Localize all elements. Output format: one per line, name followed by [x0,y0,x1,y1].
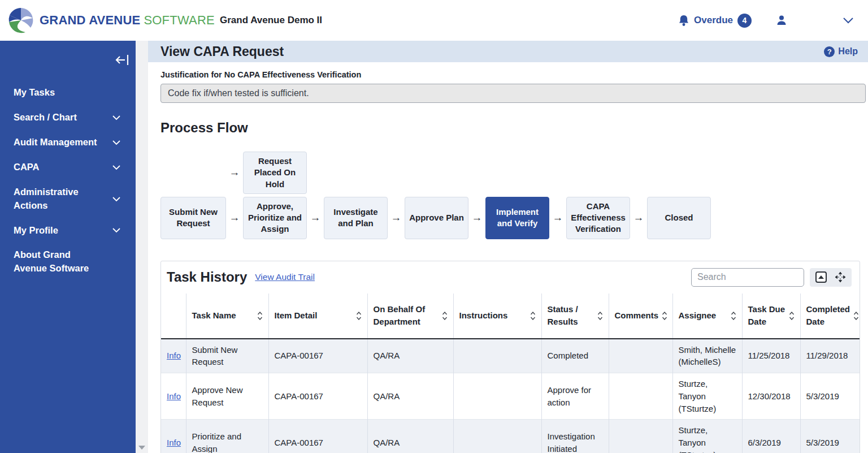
chevron-down-icon [112,196,121,202]
column-header-task-due-date[interactable]: Task Due Date [742,294,800,339]
sort-icon[interactable] [530,311,536,321]
sort-icon[interactable] [789,311,795,321]
column-header-item-detail[interactable]: Item Detail [268,294,367,339]
info-link[interactable]: Info [167,351,181,360]
cell-department: QA/RA [367,420,453,453]
column-header-assignee[interactable]: Assignee [672,294,742,339]
page-title-bar: View CAPA Request ? Help [148,41,868,62]
sort-icon[interactable] [442,311,448,321]
column-header-comments[interactable]: Comments [609,294,672,339]
info-link[interactable]: Info [167,438,181,447]
info-link[interactable]: Info [167,391,181,401]
sidebar-item-capa[interactable]: CAPA [0,155,136,180]
table-header-row: Task Name Item Detail On Behalf Of Depar… [161,294,860,339]
sort-icon[interactable] [257,311,263,321]
chevron-down-icon [112,140,121,145]
cell-completed-date: 11/29/2018 [800,339,860,373]
sidebar-nav: My Tasks Search / Chart Audit Management… [0,41,136,453]
flow-step-capa-effectiveness-verification: CAPA Effectiveness Verification [566,197,630,239]
sidebar-collapse-button[interactable] [115,53,130,67]
cell-due-date: 12/30/2018 [742,373,800,420]
process-flow-diagram: → Request Placed On Hold Submit New Requ… [160,152,866,239]
cell-task-name: Prioritize and Assign [186,420,268,453]
cell-status: Approve for action [541,373,609,420]
process-flow-heading: Process Flow [160,120,866,136]
flow-arrow-icon: → [630,197,647,239]
sidebar-scrollbar[interactable] [136,41,148,453]
flow-step-request-placed-on-hold: Request Placed On Hold [243,152,307,194]
overdue-notifications[interactable]: Overdue 4 [678,14,752,28]
flow-step-submit-new-request: Submit New Request [160,197,226,239]
page-title: View CAPA Request [160,44,284,59]
view-audit-trail-link[interactable]: View Audit Trail [255,272,315,282]
cell-completed-date: 5/3/2019 [800,373,860,420]
app-title: Grand Avenue Demo II [220,15,322,26]
sidebar-item-search-chart[interactable]: Search / Chart [0,105,136,130]
task-history-header: Task History View Audit Trail [161,261,860,294]
task-history-card: Task History View Audit Trail [160,261,860,453]
column-header-completed-date[interactable]: Completed Date [800,294,860,339]
logo-text-secondary: SOFTWARE [144,13,214,27]
sidebar-item-label: My Tasks [14,86,55,100]
cell-status: Investigation Initiated [541,420,609,453]
task-history-table: Task Name Item Detail On Behalf Of Depar… [161,294,860,453]
help-label: Help [838,46,858,57]
sidebar-item-label: Administrative Actions [14,185,111,213]
cell-task-name: Submit New Request [186,339,268,373]
cell-department: QA/RA [367,373,453,420]
flow-arrow-icon: → [549,197,566,239]
column-header-status-results[interactable]: Status / Results [541,294,609,339]
cell-due-date: 11/25/2018 [742,339,800,373]
column-header-department[interactable]: On Behalf Of Department [367,294,453,339]
column-header-instructions[interactable]: Instructions [453,294,541,339]
cell-assignee: Smith, Michelle (MichelleS) [672,339,742,373]
user-account-button[interactable] [775,14,788,27]
cell-instructions [453,420,541,453]
bell-icon [678,14,689,27]
collapse-table-button[interactable] [815,271,827,283]
flow-step-approve-prioritize-assign: Approve, Prioritize and Assign [243,197,307,239]
sort-icon[interactable] [597,311,603,321]
process-flow-hold-row: → Request Placed On Hold [160,152,866,194]
sort-icon[interactable] [662,311,667,321]
top-header: GRAND AVENUESOFTWARE Grand Avenue Demo I… [0,0,868,41]
main-content: View CAPA Request ? Help Justification f… [148,41,868,453]
header-menu-toggle[interactable] [842,16,854,24]
sidebar-item-my-profile[interactable]: My Profile [0,218,136,243]
sort-icon[interactable] [731,311,736,321]
cell-comments [609,420,672,453]
sidebar-item-label: Audit Management [14,136,97,149]
move-table-button[interactable] [835,271,846,283]
help-icon: ? [824,46,835,57]
cell-item-detail: CAPA-00167 [268,420,367,453]
flow-arrow-icon: → [388,197,405,239]
column-header-task-name[interactable]: Task Name [186,294,268,339]
cell-task-name: Approve New Request [186,373,268,420]
sidebar-item-my-tasks[interactable]: My Tasks [0,80,136,105]
flow-arrow-icon: → [226,197,243,239]
search-input[interactable] [691,268,804,287]
sort-icon[interactable] [356,311,362,321]
overdue-label: Overdue [694,15,733,26]
content-area: Justification for No CAPA Effectiveness … [148,62,868,453]
move-arrows-icon [835,271,846,283]
flow-arrow-icon: → [307,197,324,239]
company-logo[interactable]: GRAND AVENUESOFTWARE [8,7,215,33]
app-window: GRAND AVENUESOFTWARE Grand Avenue Demo I… [0,0,868,453]
column-header-info [161,294,186,339]
task-history-title: Task History [167,269,247,285]
logo-icon [8,7,34,33]
cell-instructions [453,373,541,420]
justification-input[interactable] [160,84,866,103]
chevron-down-icon [112,165,121,170]
cell-instructions [453,339,541,373]
sidebar-item-audit-management[interactable]: Audit Management [0,130,136,155]
scrollbar-down-arrow-icon[interactable] [138,446,145,450]
cell-completed-date: 5/3/2019 [800,420,860,453]
sidebar-item-administrative-actions[interactable]: Administrative Actions [0,180,136,218]
sort-icon[interactable] [853,311,859,321]
help-link[interactable]: ? Help [824,46,858,57]
cell-assignee: Sturtze, Tanyon (TSturtze) [672,373,742,420]
chevron-down-icon [112,115,121,120]
sidebar-item-about[interactable]: About Grand Avenue Software [0,243,119,281]
